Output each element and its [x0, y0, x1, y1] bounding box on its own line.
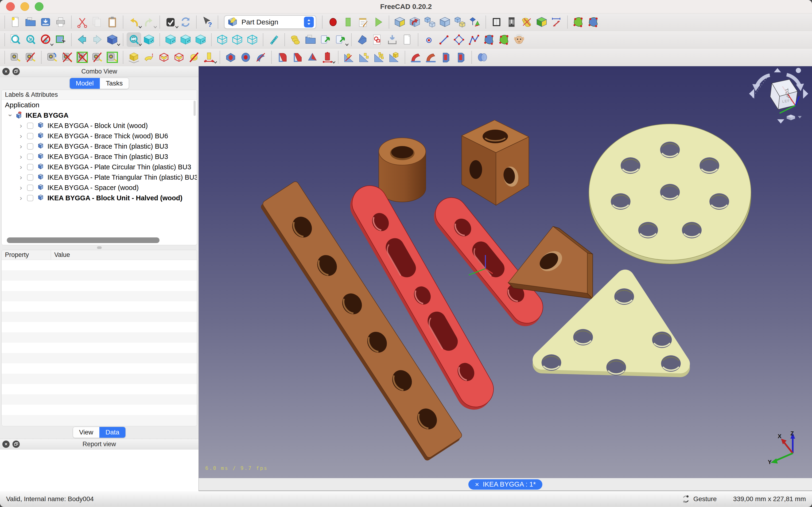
view-left-button[interactable]: [245, 33, 260, 47]
property-row[interactable]: [2, 374, 197, 384]
visibility-checkbox[interactable]: [27, 154, 33, 160]
paste-button[interactable]: [105, 15, 119, 30]
tree-item[interactable]: ›IKEA BYGGA - Plate Circular Thin (plast…: [2, 162, 197, 172]
workbench-selector[interactable]: Part Design: [224, 15, 316, 29]
expand-chevron-icon[interactable]: ›: [17, 132, 25, 140]
toolbar-drag-handle[interactable]: [4, 51, 5, 64]
tree-item[interactable]: ›IKEA BYGGA - Plate Triangular Thin (pla…: [2, 172, 197, 182]
property-row[interactable]: [2, 332, 197, 343]
toggle-driving-button[interactable]: [45, 50, 59, 65]
create-bspline-button[interactable]: [482, 33, 496, 47]
pocket-button[interactable]: [157, 50, 171, 65]
visibility-checkbox[interactable]: [27, 164, 33, 170]
create-datum-button[interactable]: [468, 15, 482, 30]
whats-this-button[interactable]: ?: [200, 15, 214, 30]
block-unit-part[interactable]: [462, 120, 529, 205]
refresh-button[interactable]: [178, 15, 193, 30]
create-part-button[interactable]: [355, 33, 370, 47]
create-group-button[interactable]: [438, 15, 452, 30]
map-sketch-button[interactable]: [423, 15, 437, 30]
visibility-checkbox[interactable]: [27, 133, 33, 139]
hole-button[interactable]: [223, 50, 238, 65]
measure-distance-button[interactable]: [267, 33, 281, 47]
expand-chevron-icon[interactable]: ›: [7, 111, 14, 119]
visibility-checkbox[interactable]: [27, 123, 33, 129]
tree-item[interactable]: ›IKEA BYGGA - Brace Thin (plastic) BU3: [2, 152, 197, 162]
tree-root-application[interactable]: Application: [2, 100, 197, 110]
visibility-checkbox[interactable]: [27, 195, 33, 201]
dependency-graph-button[interactable]: [489, 15, 504, 30]
deactivate-constraint-button[interactable]: [60, 50, 74, 65]
sketch-attach-button[interactable]: [400, 33, 415, 47]
expand-chevron-icon[interactable]: ›: [17, 163, 25, 171]
defeaturing-button[interactable]: [586, 15, 601, 30]
tab-view[interactable]: View: [73, 427, 99, 438]
report-float-icon[interactable]: [12, 441, 20, 448]
document-tab[interactable]: × IKEA BYGGA : 1*: [468, 479, 542, 490]
macro-record-button[interactable]: [326, 15, 340, 30]
close-window-button[interactable]: [6, 2, 15, 11]
tab-model[interactable]: Model: [70, 78, 100, 89]
constraint-dimension-button[interactable]: [23, 50, 38, 65]
create-line-button[interactable]: [437, 33, 451, 47]
open-file-button[interactable]: [23, 15, 38, 30]
combo-close-icon[interactable]: ×: [2, 68, 10, 75]
create-polygon-button[interactable]: [452, 33, 466, 47]
property-row[interactable]: [2, 301, 197, 312]
dropdown-caret-icon[interactable]: [332, 61, 336, 64]
tree-vertical-scrollbar[interactable]: [194, 101, 196, 116]
expand-chevron-icon[interactable]: ›: [17, 194, 25, 202]
block-unit-halved-part[interactable]: [508, 226, 593, 299]
workbench-stepper-icon[interactable]: [304, 17, 314, 27]
value-column[interactable]: Value: [51, 250, 70, 260]
dressup-box-button[interactable]: [320, 50, 335, 65]
view-top-button[interactable]: [178, 33, 193, 47]
export-object-button[interactable]: [318, 33, 333, 47]
nav-back-button[interactable]: [75, 33, 90, 47]
tab-data[interactable]: Data: [99, 427, 125, 438]
tree-item[interactable]: ›IKEA BYGGA - Spacer (wood): [2, 182, 197, 193]
navigation-cube[interactable]: TOP LEFT: [747, 67, 810, 126]
property-row[interactable]: [2, 322, 197, 332]
draw-style-button[interactable]: [38, 33, 53, 47]
subtractive-loft-button[interactable]: [453, 50, 468, 65]
property-row[interactable]: [2, 405, 197, 415]
fillet-button[interactable]: [275, 50, 289, 65]
3d-scene[interactable]: [199, 66, 812, 478]
create-point-button[interactable]: [422, 33, 436, 47]
new-file-button[interactable]: [8, 15, 23, 30]
box-selection-button[interactable]: [53, 33, 68, 47]
tree-item[interactable]: ›IKEA BYGGA - Brace Thick (wood) BU6: [2, 131, 197, 141]
fit-all-button[interactable]: [8, 33, 23, 47]
toolbar-drag-handle[interactable]: [4, 33, 5, 46]
property-row[interactable]: [2, 291, 197, 301]
export-all-button[interactable]: [333, 33, 348, 47]
redo-button[interactable]: [142, 15, 156, 30]
print-button[interactable]: [53, 15, 68, 30]
combo-view-header[interactable]: × Combo View: [0, 66, 199, 77]
tree-item[interactable]: ›IKEA BYGGA - Block Unit - Halved (wood): [2, 193, 197, 203]
project-utility-button[interactable]: [504, 15, 519, 30]
property-row[interactable]: [2, 415, 197, 425]
combo-float-icon[interactable]: [12, 68, 20, 75]
import-content-button[interactable]: [385, 33, 399, 47]
hole-normal-button[interactable]: [187, 50, 201, 65]
expand-chevron-icon[interactable]: ›: [17, 142, 25, 150]
dropdown-caret-icon[interactable]: [214, 61, 217, 64]
toggle-construction-button[interactable]: [512, 33, 526, 47]
zoom-tools-button[interactable]: [126, 33, 141, 47]
navigation-style-selector[interactable]: Gesture: [682, 495, 717, 503]
link-navigate-button[interactable]: [105, 33, 119, 47]
report-view-header[interactable]: × Report view: [0, 439, 199, 449]
property-row[interactable]: [2, 353, 197, 363]
pad-button[interactable]: [126, 50, 141, 65]
minimize-window-button[interactable]: [20, 2, 29, 11]
draft-button[interactable]: [305, 50, 320, 65]
check-geometry-button[interactable]: [571, 15, 586, 30]
view-isometric-button[interactable]: [142, 33, 156, 47]
shape-binder-button[interactable]: [534, 15, 549, 30]
3d-viewport[interactable]: TOP LEFT 6.0 ms / 9.7 fps: [199, 66, 812, 478]
copy-button[interactable]: [90, 15, 105, 30]
macro-validate-button[interactable]: [163, 15, 178, 30]
measure-linear-button[interactable]: [549, 15, 564, 30]
